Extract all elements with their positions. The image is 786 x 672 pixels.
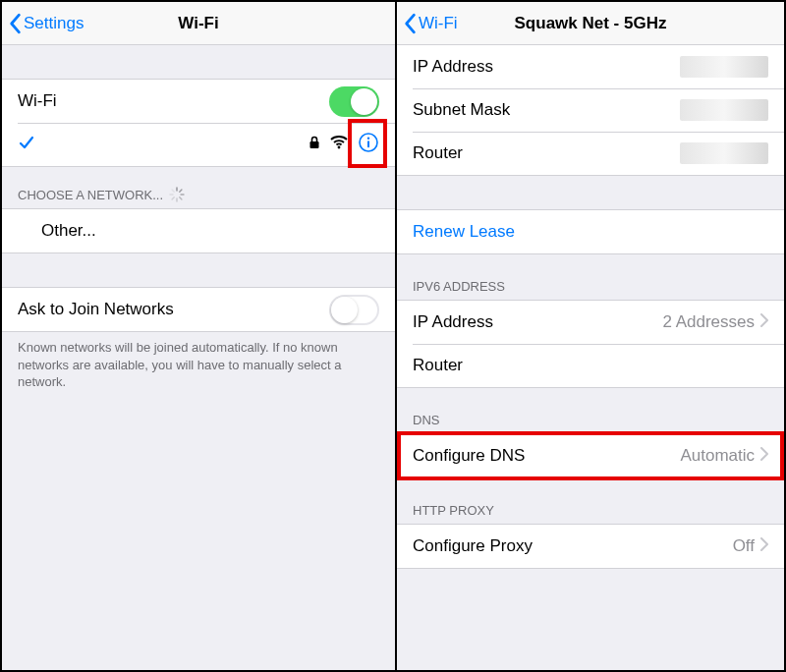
proxy-group: Configure Proxy Off xyxy=(397,524,784,569)
ask-join-footer: Known networks will be joined automatica… xyxy=(2,332,395,391)
router-row: Router xyxy=(397,132,784,175)
back-label: Settings xyxy=(24,14,84,33)
svg-line-6 xyxy=(180,190,182,192)
ask-join-row[interactable]: Ask to Join Networks xyxy=(2,288,395,331)
router-value xyxy=(680,142,768,164)
configure-dns-row[interactable]: Configure DNS Automatic xyxy=(397,434,784,477)
subnet-mask-row: Subnet Mask xyxy=(397,88,784,132)
ipv6-header: IPV6 ADDRESS xyxy=(397,272,784,300)
chevron-right-icon xyxy=(760,447,768,465)
ipv6-ip-row[interactable]: IP Address 2 Addresses xyxy=(397,301,784,344)
ask-join-label: Ask to Join Networks xyxy=(18,300,329,319)
configure-dns-label: Configure DNS xyxy=(413,446,680,466)
wifi-toggle[interactable] xyxy=(329,86,379,117)
subnet-mask-label: Subnet Mask xyxy=(413,100,680,120)
ask-join-group: Ask to Join Networks xyxy=(2,287,395,332)
svg-line-12 xyxy=(172,190,174,192)
wifi-toggle-label: Wi-Fi xyxy=(18,91,329,111)
renew-lease-label: Renew Lease xyxy=(413,222,515,242)
ip-address-label: IP Address xyxy=(413,57,680,77)
svg-point-1 xyxy=(338,146,341,149)
lock-icon xyxy=(309,136,320,153)
svg-rect-4 xyxy=(367,140,369,147)
other-network-row[interactable]: Other... xyxy=(2,209,395,252)
connected-network-row[interactable] xyxy=(2,123,395,166)
svg-line-8 xyxy=(180,197,182,199)
wifi-toggle-group: Wi-Fi xyxy=(2,79,395,167)
svg-line-10 xyxy=(172,197,174,199)
proxy-header: HTTP PROXY xyxy=(397,496,784,524)
chevron-left-icon xyxy=(403,13,417,34)
wifi-icon xyxy=(330,136,348,153)
ask-join-toggle[interactable] xyxy=(329,295,379,325)
dns-group: Configure DNS Automatic xyxy=(397,433,784,478)
back-button-right[interactable]: Wi-Fi xyxy=(397,13,458,34)
renew-lease-group: Renew Lease xyxy=(397,209,784,254)
wifi-toggle-row[interactable]: Wi-Fi xyxy=(2,80,395,123)
renew-lease-row[interactable]: Renew Lease xyxy=(397,210,784,253)
other-label: Other... xyxy=(18,221,379,241)
ip-address-value xyxy=(680,56,768,78)
chevron-left-icon xyxy=(8,13,22,34)
dns-header: DNS xyxy=(397,406,784,433)
info-icon[interactable] xyxy=(358,132,379,157)
ipv4-group: IP Address Subnet Mask Router xyxy=(397,45,784,176)
ipv6-ip-label: IP Address xyxy=(413,312,662,332)
subnet-mask-value xyxy=(680,99,768,121)
ipv6-router-row: Router xyxy=(397,344,784,387)
router-label: Router xyxy=(413,143,680,163)
spinner-icon xyxy=(169,187,185,202)
navbar-right: Wi-Fi Squawk Net - 5GHz xyxy=(397,2,784,45)
svg-point-3 xyxy=(367,138,369,140)
choose-network-header: CHOOSE A NETWORK... xyxy=(2,181,395,208)
configure-proxy-row[interactable]: Configure Proxy Off xyxy=(397,525,784,568)
chevron-right-icon xyxy=(760,537,768,555)
svg-rect-0 xyxy=(310,141,319,148)
ip-address-row: IP Address xyxy=(397,45,784,88)
back-label-right: Wi-Fi xyxy=(419,14,458,33)
wifi-settings-pane: Settings Wi-Fi Wi-Fi xyxy=(2,2,397,670)
configure-dns-value: Automatic xyxy=(680,446,755,466)
ipv6-ip-value: 2 Addresses xyxy=(662,312,755,332)
configure-proxy-value: Off xyxy=(733,536,755,556)
ipv6-group: IP Address 2 Addresses Router xyxy=(397,300,784,388)
checkmark-icon xyxy=(18,134,35,155)
ipv6-router-label: Router xyxy=(413,356,768,375)
navbar-left: Settings Wi-Fi xyxy=(2,2,395,45)
chevron-right-icon xyxy=(760,313,768,331)
configure-proxy-label: Configure Proxy xyxy=(413,536,733,556)
network-details-pane: Wi-Fi Squawk Net - 5GHz IP Address Subne… xyxy=(397,2,784,670)
back-button[interactable]: Settings xyxy=(2,13,84,34)
choose-network-group: Other... xyxy=(2,208,395,253)
